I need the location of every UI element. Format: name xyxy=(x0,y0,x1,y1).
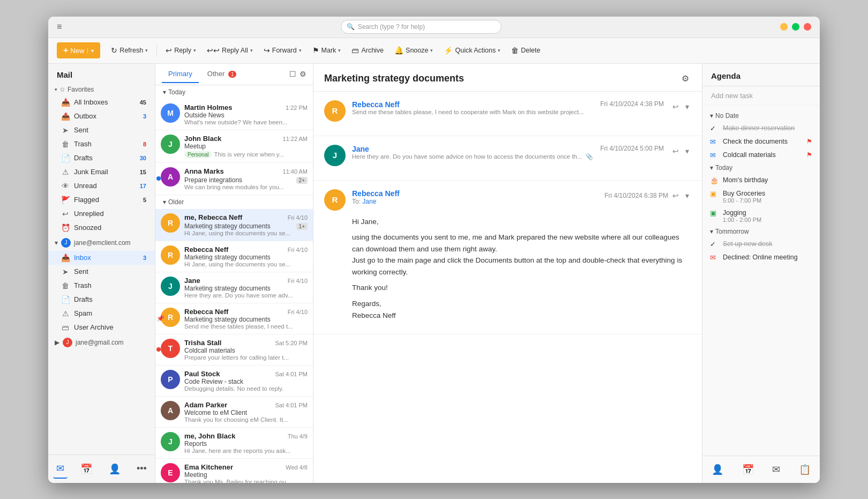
tab-other[interactable]: Other 1 xyxy=(201,65,243,83)
reply-button[interactable]: ↩ Reply ▾ xyxy=(161,42,200,58)
agenda-item-meeting[interactable]: ✉ Declined: Online meeting xyxy=(702,251,820,264)
subject-paul: Code Review - stack xyxy=(184,378,308,385)
new-button[interactable]: + New ▾ xyxy=(57,42,100,58)
nav-calendar-button[interactable]: 📅 xyxy=(77,460,95,478)
sidebar-item-userarchive[interactable]: 🗃 User Archive xyxy=(48,321,155,334)
sidebar-item-spam[interactable]: ⚠ Spam xyxy=(48,307,155,321)
refresh-chevron-icon: ▾ xyxy=(145,48,148,53)
agenda-item-jogging[interactable]: ▣ Jogging 1:00 - 2:00 PM xyxy=(702,206,820,226)
select-all-button[interactable]: ☐ xyxy=(289,70,296,78)
sidebar-item-drafts2[interactable]: 📄 Drafts xyxy=(48,293,155,307)
sidebar-item-flagged[interactable]: 🚩 Flagged 5 xyxy=(48,193,155,207)
email-item-anna[interactable]: A Anna Marks 11:40 AM Prepare integratio… xyxy=(155,163,313,195)
email-item-me-rebecca[interactable]: R me, Rebecca Neff Fri 4/10 Marketing st… xyxy=(155,209,313,241)
agenda-item-birthday[interactable]: 🎂 Mom's birthday xyxy=(702,174,820,187)
agenda-item-check-docs[interactable]: ✉ Check the documents ⚑ xyxy=(702,135,820,148)
thread-item-1[interactable]: R Rebecca Neff Fri 4/10/2024 4:38 PM Sen… xyxy=(313,92,702,136)
refresh-label: Refresh xyxy=(119,47,143,54)
flagged-label: Flagged xyxy=(74,196,131,204)
agenda-nav-tasks-button[interactable]: 📋 xyxy=(796,460,814,479)
tab-primary[interactable]: Primary xyxy=(162,65,199,83)
close-button[interactable] xyxy=(804,23,811,31)
thread-reply-3-button[interactable]: ↩ xyxy=(670,189,681,202)
sidebar-item-sent2[interactable]: ➤ Sent xyxy=(48,265,155,279)
agenda-nav-mail-button[interactable]: ✉ xyxy=(769,460,783,479)
minimize-button[interactable] xyxy=(780,23,788,31)
delete-button[interactable]: 🗑 Delete xyxy=(507,42,544,58)
quick-actions-button[interactable]: ⚡ Quick Actions ▾ xyxy=(439,42,505,58)
count-anna: 2+ xyxy=(296,177,308,184)
email-item-adam[interactable]: A Adam Parker Sat 4:01 PM Welcome to eM … xyxy=(155,397,313,428)
sender-john: John Black xyxy=(184,135,221,143)
thread-more-3-button[interactable]: ▾ xyxy=(683,189,691,202)
sidebar-item-junk[interactable]: ⚠ Junk Email 15 xyxy=(48,165,155,179)
forward-icon: ↪ xyxy=(264,46,270,55)
reply-all-button[interactable]: ↩↩ Reply All ▾ xyxy=(203,42,257,58)
sidebar-item-trash2[interactable]: 🗑 Trash xyxy=(48,279,155,293)
sidebar-item-sent[interactable]: ➤ Sent xyxy=(48,123,155,137)
email-item-rebecca2[interactable]: R Rebecca Neff Fri 4/10 Marketing strate… xyxy=(155,241,313,272)
favorites-section[interactable]: ▾ ☆ Favorites xyxy=(48,84,155,95)
thread-reply-2-button[interactable]: ↩ xyxy=(670,145,681,158)
sidebar-item-unreplied[interactable]: ↩ Unreplied xyxy=(48,207,155,221)
nav-mail-button[interactable]: ✉ xyxy=(53,459,68,479)
agenda-section-nodate[interactable]: ▾ No Date xyxy=(702,110,820,122)
email-item-jane[interactable]: J Jane Fri 4/10 Marketing strategy docum… xyxy=(155,272,313,303)
userarchive-icon: 🗃 xyxy=(61,323,70,332)
preview-rebecca2: Hi Jane, using the documents you se... xyxy=(184,261,308,267)
sidebar-item-inbox[interactable]: 📥 Inbox 3 xyxy=(48,251,155,265)
sidebar-item-outbox[interactable]: 📤 Outbox 3 xyxy=(48,109,155,123)
maximize-button[interactable] xyxy=(792,23,799,31)
account2-header[interactable]: ▶ J jane@gmail.com xyxy=(48,334,155,351)
sidebar-item-snoozed[interactable]: ⏰ Snoozed xyxy=(48,221,155,235)
time-jogging: 1:00 - 2:00 PM xyxy=(723,217,812,223)
forward-button[interactable]: ↪ Forward ▾ xyxy=(259,42,306,58)
agenda-add-task[interactable]: Add new task xyxy=(702,86,820,106)
account1-header[interactable]: ▾ J jane@emclient.com xyxy=(48,235,155,251)
email-content-anna: Anna Marks 11:40 AM Prepare integrations… xyxy=(184,167,308,190)
nav-more-button[interactable]: ••• xyxy=(133,460,150,478)
agenda-item-groceries[interactable]: ▣ Buy Groceries 5:00 - 7:00 PM xyxy=(702,187,820,206)
refresh-button[interactable]: ↻ Refresh ▾ xyxy=(107,42,152,58)
menu-icon[interactable]: ≡ xyxy=(57,22,62,32)
archive-button[interactable]: 🗃 Archive xyxy=(347,42,388,58)
thread-item-2[interactable]: J Jane Fri 4/10/2024 5:00 PM Here they a… xyxy=(313,136,702,181)
email-item-john[interactable]: J John Black 11:22 AM Meetup Personal Th… xyxy=(155,130,313,163)
flag-icon-check-docs: ⚑ xyxy=(806,138,812,145)
sidebar-item-unread[interactable]: 👁 Unread 17 xyxy=(48,179,155,193)
thread-more-2-button[interactable]: ▾ xyxy=(683,145,691,158)
mail-icon-coldcall: ✉ xyxy=(710,151,719,159)
email-item-paul[interactable]: P Paul Stock Sat 4:01 PM Code Review - s… xyxy=(155,366,313,397)
viewer-settings-button[interactable]: ⚙ xyxy=(679,71,691,86)
filter-button[interactable]: ⚙ xyxy=(300,70,306,78)
thread-actions-1: ↩ ▾ xyxy=(670,100,691,113)
agenda-item-coldcall[interactable]: ✉ Coldcall materials ⚑ xyxy=(702,148,820,162)
email-item-martin[interactable]: M Martin Holmes 1:22 PM Outside News Wha… xyxy=(155,99,313,130)
email-item-trisha[interactable]: T Trisha Stall Sat 5:20 PM Coldcall mate… xyxy=(155,334,313,366)
sidebar-item-trash[interactable]: 🗑 Trash 8 xyxy=(48,137,155,151)
thread-avatar-2: J xyxy=(324,145,346,166)
agenda-nav-calendar-button[interactable]: 📅 xyxy=(739,460,757,479)
search-bar[interactable]: 🔍 Search (type ? for help) xyxy=(341,20,502,34)
time-john: 11:22 AM xyxy=(283,136,308,142)
thread-more-1-button[interactable]: ▾ xyxy=(683,100,691,113)
nav-contacts-button[interactable]: 👤 xyxy=(106,460,124,478)
email-item-ema[interactable]: E Ema Kitchener Wed 4/8 Meeting Thank yo… xyxy=(155,459,313,483)
agenda-section-tomorrow[interactable]: ▾ Tommorrow xyxy=(702,226,820,237)
sidebar-item-all-inboxes[interactable]: 📥 All Inboxes 45 xyxy=(48,95,155,109)
agenda-section-today[interactable]: ▾ Today xyxy=(702,162,820,174)
agenda-item-desk[interactable]: ✓ Set up new desk xyxy=(702,237,820,251)
email-item-me-john[interactable]: J me, John Black Thu 4/9 Reports Hi Jane… xyxy=(155,428,313,459)
agenda-nav-contacts-button[interactable]: 👤 xyxy=(708,460,727,479)
thread-reply-1-button[interactable]: ↩ xyxy=(670,100,681,113)
email-item-rebecca3[interactable]: 📌 R Rebecca Neff Fri 4/10 Marketing stra… xyxy=(155,303,313,334)
agenda-item-dinner[interactable]: ✓ Make dinner reservation xyxy=(702,122,820,135)
sidebar-item-drafts[interactable]: 📄 Drafts 30 xyxy=(48,151,155,165)
sender-paul: Paul Stock xyxy=(184,370,220,378)
mark-button[interactable]: ⚑ Mark ▾ xyxy=(308,42,346,58)
avatar-paul: P xyxy=(161,370,180,389)
unread-badge: 17 xyxy=(136,183,146,189)
outbox-badge: 3 xyxy=(136,113,146,120)
email-actions-john: Personal This is very nice when y... xyxy=(184,151,308,158)
snooze-button[interactable]: 🔔 Snooze ▾ xyxy=(390,42,437,58)
